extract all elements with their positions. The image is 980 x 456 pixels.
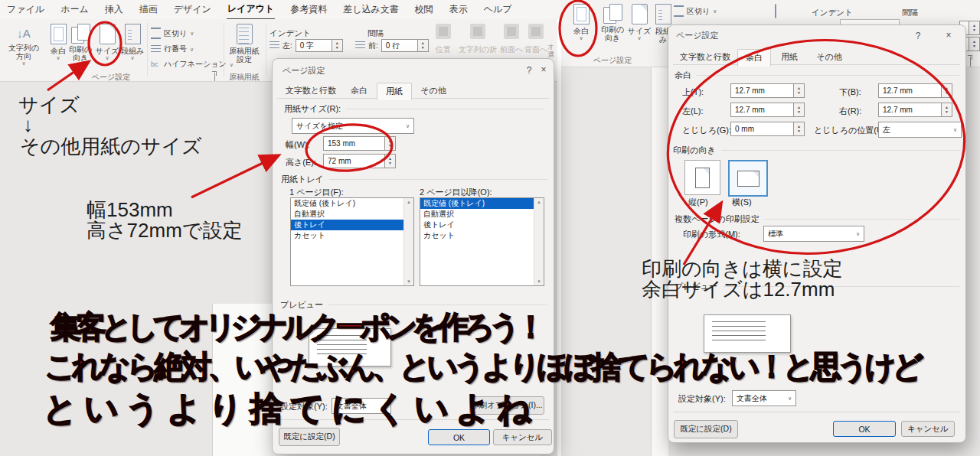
set-default-button[interactable]: 既定に設定(D)	[674, 420, 738, 438]
spin-down-icon[interactable]: ▼	[945, 110, 949, 114]
spin-buttons[interactable]: ▲ ▼	[418, 39, 429, 52]
scroll-up-icon[interactable]: ▲	[537, 200, 541, 204]
ok-button[interactable]: OK	[428, 429, 490, 445]
ok-button[interactable]: OK	[833, 421, 896, 437]
landscape-tile[interactable]	[728, 160, 768, 197]
line-numbers-button[interactable]: 行番号 ∨	[151, 44, 194, 54]
tray-rest-list[interactable]: 既定値 (後トレイ) 自動選択 後トレイ カセット ▲ ▼	[420, 197, 544, 286]
spin-down-icon[interactable]: ▼	[388, 161, 392, 165]
close-icon[interactable]: ×	[942, 30, 955, 41]
spin-down-icon[interactable]: ▼	[797, 129, 801, 133]
cancel-button[interactable]: キャンセル	[493, 429, 552, 445]
spin-buttons[interactable]: ▲ ▼	[942, 103, 952, 117]
print-format-select[interactable]: 標準 ∨	[763, 226, 864, 242]
scroll-up-icon[interactable]: ▲	[407, 200, 411, 204]
spin-buttons[interactable]: ▲ ▼	[942, 83, 952, 98]
margin-right-spinner[interactable]: 12.7 mm ▲ ▼	[878, 103, 952, 117]
menu-tab-help[interactable]: ヘルプ	[483, 0, 513, 19]
tab-chars-lines[interactable]: 文字数と行数	[675, 49, 736, 65]
orientation-button[interactable]: 印刷の 向き	[66, 24, 95, 62]
spin-down-icon[interactable]: ▼	[335, 46, 339, 50]
scroll-down-icon[interactable]: ▼	[407, 279, 411, 284]
spin-down-icon[interactable]: ▼	[421, 46, 425, 50]
list-item[interactable]: 既定値 (後トレイ)	[291, 198, 403, 209]
tab-other[interactable]: その他	[809, 49, 849, 65]
gutter-spinner[interactable]: 0 mm ▲ ▼	[730, 122, 805, 136]
columns-button[interactable]: 段組み ∨	[119, 24, 145, 60]
size-button-right[interactable]: サイズ ∨	[627, 4, 652, 41]
spin-buttons[interactable]: ▲ ▼	[385, 136, 396, 151]
menu-tab-review[interactable]: 校閲	[414, 0, 434, 19]
tab-other[interactable]: その他	[413, 83, 453, 99]
list-item[interactable]: カセット	[291, 230, 403, 241]
height-value[interactable]: 72 mm	[323, 154, 385, 168]
manuscript-paper-button[interactable]: 原稿用紙 設定	[227, 24, 262, 64]
tab-margins[interactable]: 余白	[737, 49, 771, 67]
spin-buttons[interactable]: ▲ ▼	[969, 21, 980, 35]
hyphenation-button[interactable]: bc ハイフネーション ∨	[151, 59, 234, 70]
list-item[interactable]: カセット	[420, 230, 534, 241]
scroll-down-icon[interactable]: ▼	[537, 279, 541, 284]
gutter-value[interactable]: 0 mm	[730, 122, 794, 136]
help-icon[interactable]: ?	[912, 31, 924, 41]
indent-left-value[interactable]: 0 字	[296, 39, 332, 52]
list-item[interactable]: 後トレイ	[420, 220, 534, 230]
manuscript-paper-icon[interactable]	[775, 4, 776, 18]
menu-tab-mailings[interactable]: 差し込み文書	[342, 0, 400, 19]
menu-tab-layout[interactable]: レイアウト	[227, 0, 275, 20]
list-item[interactable]: 自動選択	[291, 209, 403, 220]
spin-down-icon[interactable]: ▼	[388, 144, 392, 148]
close-icon[interactable]: ×	[537, 64, 550, 75]
height-spinner[interactable]: 72 mm ▲ ▼	[323, 154, 396, 168]
breaks-button-right[interactable]: 区切り ∨	[674, 5, 717, 17]
list-item-selected[interactable]: 後トレイ	[291, 220, 403, 230]
list-item-selected[interactable]: 既定値 (後トレイ)	[420, 198, 534, 209]
cancel-button[interactable]: キャンセル	[901, 421, 955, 437]
menu-tab-file[interactable]: ファイル	[6, 0, 45, 19]
tab-paper[interactable]: 用紙	[377, 83, 412, 100]
orientation-button-right[interactable]: 印刷の 向き	[598, 4, 627, 42]
portrait-tile[interactable]	[684, 160, 720, 195]
spin-down-icon[interactable]: ▼	[797, 110, 801, 114]
spin-buttons[interactable]: ▲ ▼	[385, 154, 396, 168]
text-direction-button[interactable]: ↓A 文字列の 方向 ∨	[3, 24, 44, 66]
tab-margins[interactable]: 余白	[343, 83, 375, 99]
spin-buttons[interactable]: ▲ ▼	[794, 122, 805, 136]
scrollbar[interactable]: ▲ ▼	[534, 198, 544, 285]
margin-top-spinner[interactable]: 12.7 mm ▲ ▼	[730, 83, 805, 98]
size-button[interactable]: サイズ ∨	[95, 24, 119, 60]
spin-down-icon[interactable]: ▼	[797, 91, 801, 95]
spin-buttons[interactable]: ▲ ▼	[794, 83, 805, 98]
paper-size-select[interactable]: サイズを指定 ∨	[292, 118, 414, 134]
margin-right-value[interactable]: 12.7 mm	[878, 103, 942, 117]
spin-down-icon[interactable]: ▼	[945, 91, 949, 95]
menu-tab-draw[interactable]: 描画	[139, 0, 158, 19]
spin-buttons[interactable]: ▲ ▼	[332, 39, 343, 52]
list-item[interactable]: 自動選択	[420, 209, 534, 220]
spin-down-icon[interactable]: ▼	[972, 44, 976, 48]
scrollbar[interactable]: ▲ ▼	[403, 198, 413, 285]
menu-tab-design[interactable]: デザイン	[173, 0, 212, 19]
tab-chars-lines[interactable]: 文字数と行数	[280, 83, 341, 99]
spacing-before-value[interactable]: 0 行	[381, 39, 418, 52]
menu-tab-view[interactable]: 表示	[449, 0, 469, 19]
menu-tab-references[interactable]: 参考資料	[289, 0, 328, 19]
help-icon[interactable]: ?	[523, 65, 535, 76]
margin-bottom-value[interactable]: 12.7 mm	[878, 83, 942, 98]
spin-buttons[interactable]: ▲ ▼	[969, 37, 980, 51]
margins-button-right[interactable]: 余白 ∨	[567, 4, 595, 41]
apply-to-select[interactable]: 文書全体 ∨	[732, 390, 796, 406]
margin-left-spinner[interactable]: 12.7 mm ▲ ▼	[730, 103, 805, 117]
tray-first-list[interactable]: 既定値 (後トレイ) 自動選択 後トレイ カセット ▲ ▼	[290, 197, 414, 286]
breaks-button[interactable]: 区切り ∨	[151, 28, 194, 39]
spacing-before-spinner[interactable]: 0 行 ▲ ▼	[381, 39, 429, 52]
width-value[interactable]: 153 mm	[323, 136, 385, 151]
margin-left-value[interactable]: 12.7 mm	[730, 103, 794, 117]
width-spinner[interactable]: 153 mm ▲ ▼	[323, 136, 396, 151]
spin-down-icon[interactable]: ▼	[972, 28, 976, 32]
margin-top-value[interactable]: 12.7 mm	[730, 83, 794, 98]
spin-buttons[interactable]: ▲ ▼	[794, 103, 805, 117]
indent-left-spinner[interactable]: 0 字 ▲ ▼	[296, 39, 343, 52]
menu-tab-insert[interactable]: 挿入	[104, 0, 124, 19]
menu-tab-home[interactable]: ホーム	[60, 0, 90, 19]
